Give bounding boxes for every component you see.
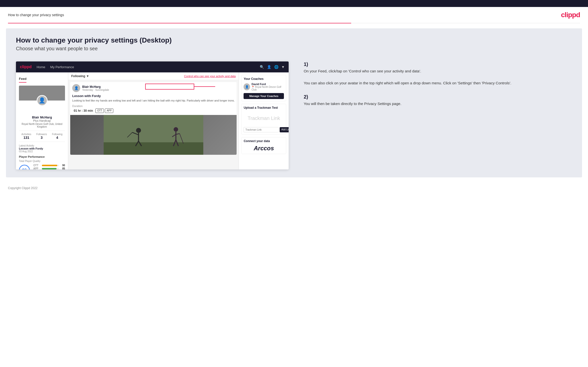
profile-stats: Activities 131 Followers 3 Following 4 xyxy=(19,131,65,142)
coaches-title: Your Coaches xyxy=(244,77,284,81)
nav-performance[interactable]: My Performance xyxy=(50,65,74,69)
copyright: Copyright Clippd 2022 xyxy=(8,186,38,190)
coaches-section: Your Coaches 👤 David Ford 📍 Royal North … xyxy=(241,75,286,101)
post-author-avatar: 👤 xyxy=(72,84,80,92)
trackman-section: Upload a Trackman Test Trackman Link Add… xyxy=(241,104,286,135)
trackman-input-row: Add Link xyxy=(244,127,284,132)
tag-app: APP xyxy=(105,108,113,113)
post-title: Lesson with Fordy xyxy=(70,94,237,99)
app-screenshot: clippd Home My Performance 🔍 👤 🌐 ▼ Feed xyxy=(16,61,289,169)
avatar-container: 👤 xyxy=(37,95,48,106)
arccos-brand: Arccos xyxy=(244,145,284,152)
app-logo-small: clippd xyxy=(20,65,32,69)
profile-card: 👤 Blair McHarg Plus Handicap Royal North… xyxy=(19,86,65,153)
main-content: How to change your privacy settings (Des… xyxy=(6,28,582,177)
app-body: Feed 👤 Blair McHarg xyxy=(16,72,289,169)
post-location: Yesterday · Sunningdale xyxy=(82,89,109,91)
page-subheading: Choose what you want people to see xyxy=(16,46,572,52)
connect-section: Connect your data Arccos xyxy=(241,137,286,154)
metric-app: APP 85 xyxy=(33,167,65,169)
metric-ott: OTT 90 xyxy=(33,164,65,167)
quality-display: 92 OTT 90 APP xyxy=(19,163,65,169)
avatar: 👤 xyxy=(37,95,48,106)
post-image xyxy=(70,115,237,155)
instruction-step2: 2) You will then be taken directly to th… xyxy=(304,94,572,107)
following-button[interactable]: Following ▼ xyxy=(71,74,89,78)
footer: Copyright Clippd 2022 xyxy=(0,182,588,194)
metrics: OTT 90 APP 85 xyxy=(33,163,65,169)
header: How to change your privacy settings clip… xyxy=(0,7,588,23)
post-description: Looking to feel like my hands are exitin… xyxy=(70,99,237,105)
search-icon[interactable]: 🔍 xyxy=(260,65,264,69)
score-circle: 92 xyxy=(19,165,30,169)
profile-handicap: Plus Handicap xyxy=(19,119,65,122)
profile-name: Blair McHarg xyxy=(19,115,65,119)
quality-label: Total Player Quality xyxy=(19,160,65,162)
profile-banner: 👤 xyxy=(19,86,65,101)
post-image-svg xyxy=(70,115,237,155)
app-nav: clippd Home My Performance 🔍 👤 🌐 ▼ xyxy=(16,61,289,72)
post-author-info: Blair McHarg Yesterday · Sunningdale xyxy=(82,85,109,91)
trackman-input[interactable] xyxy=(244,127,279,132)
profile-info: Blair McHarg Plus Handicap Royal North D… xyxy=(19,108,65,128)
control-privacy-link[interactable]: Control who can see your activity and da… xyxy=(184,75,236,78)
coach-item: 👤 David Ford 📍 Royal North Devon Golf Cl… xyxy=(244,83,284,91)
trackman-title: Upload a Trackman Test xyxy=(244,106,284,109)
app-right-panel: Your Coaches 👤 David Ford 📍 Royal North … xyxy=(239,72,289,169)
top-bar xyxy=(0,0,588,7)
add-link-button[interactable]: Add Link xyxy=(280,127,289,132)
quality-section: Total Player Quality 92 OTT 90 xyxy=(19,160,65,169)
post-tags: 01 hr : 30 min OTT APP xyxy=(70,107,237,115)
coach-info: David Ford 📍 Royal North Devon Golf Club xyxy=(252,83,284,91)
instructions: 1) On your Feed, click/tap on 'Control w… xyxy=(299,61,572,115)
app-screenshot-wrapper: clippd Home My Performance 🔍 👤 🌐 ▼ Feed xyxy=(16,61,289,169)
post-author-name: Blair McHarg xyxy=(82,85,109,89)
latest-activity-section: Latest Activity Lesson with Fordy 03 Aug… xyxy=(19,144,65,153)
player-performance: Player Performance Total Player Quality … xyxy=(19,155,65,169)
step1-text: On your Feed, click/tap on 'Control who … xyxy=(304,68,572,86)
person-icon[interactable]: 👤 xyxy=(267,65,271,69)
manage-coaches-button[interactable]: Manage Your Coaches xyxy=(244,93,284,99)
stat-activities: Activities 131 xyxy=(21,133,31,140)
coach-name: David Ford xyxy=(252,83,284,86)
globe-icon[interactable]: 🌐 xyxy=(274,65,278,69)
location-icon: 📍 xyxy=(252,86,254,88)
stat-following: Following 4 xyxy=(52,133,63,140)
header-divider xyxy=(8,23,580,23)
feed-tab[interactable]: Feed xyxy=(19,75,26,83)
logo: clippd xyxy=(561,11,580,19)
tag-ott: OTT xyxy=(95,108,104,113)
nav-home[interactable]: Home xyxy=(37,65,45,69)
stat-followers: Followers 3 xyxy=(36,133,47,140)
app-feed: Following ▼ Control who can see your act… xyxy=(68,72,239,169)
svg-point-2 xyxy=(136,128,141,133)
page-heading: How to change your privacy settings (Des… xyxy=(16,36,572,44)
feed-header: Following ▼ Control who can see your act… xyxy=(68,72,239,80)
post-header: 👤 Blair McHarg Yesterday · Sunningdale xyxy=(70,82,237,94)
trackman-link-label: Trackman Link xyxy=(244,111,284,125)
instruction-step1: 1) On your Feed, click/tap on 'Control w… xyxy=(304,61,572,86)
step1-number: 1) xyxy=(304,61,308,67)
step2-number: 2) xyxy=(304,94,308,100)
nav-right: 🔍 👤 🌐 ▼ xyxy=(260,65,285,69)
post-duration-value: 01 hr : 30 min xyxy=(72,108,94,113)
coach-club: 📍 Royal North Devon Golf Club xyxy=(252,86,284,91)
dropdown-arrow: ▼ xyxy=(86,74,89,78)
profile-club: Royal North Devon Golf Club, United King… xyxy=(19,123,65,128)
step2-text: You will then be taken directly to the P… xyxy=(304,101,572,107)
post-duration-label: Duration xyxy=(70,105,237,107)
svg-rect-1 xyxy=(104,142,203,155)
avatar-dropdown[interactable]: ▼ xyxy=(281,65,285,69)
svg-point-8 xyxy=(174,127,178,132)
content-area: clippd Home My Performance 🔍 👤 🌐 ▼ Feed xyxy=(16,61,572,169)
header-title: How to change your privacy settings xyxy=(8,13,64,17)
app-sidebar: Feed 👤 Blair McHarg xyxy=(16,72,68,169)
connect-title: Connect your data xyxy=(244,139,284,143)
coach-avatar: 👤 xyxy=(244,83,250,90)
post-card: 👤 Blair McHarg Yesterday · Sunningdale L… xyxy=(70,82,237,155)
